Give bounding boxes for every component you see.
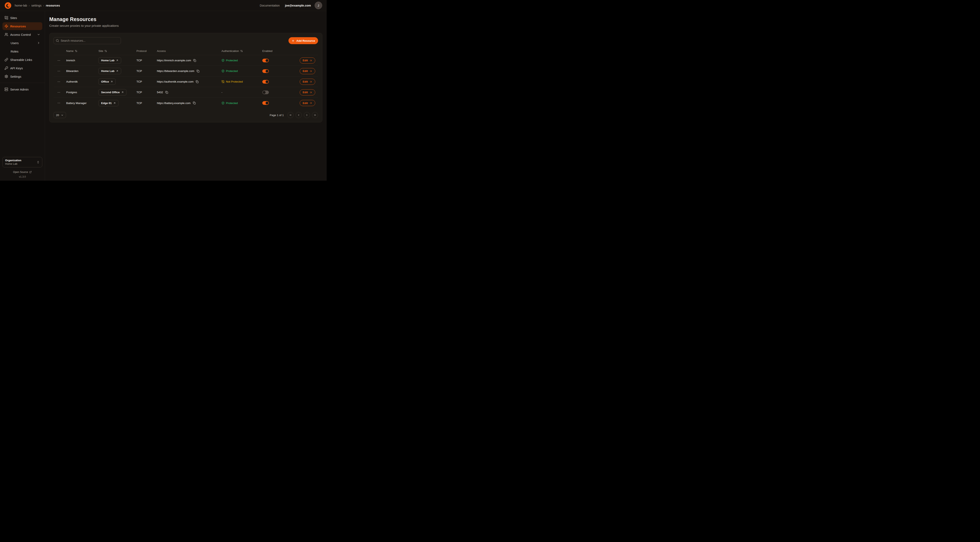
organization-selector[interactable]: Organization Home Lab [2, 157, 42, 167]
sidebar-item-label: Server Admin [10, 88, 29, 91]
resource-access-url: 5432 [157, 91, 163, 94]
column-header-site[interactable]: Site [96, 49, 134, 53]
auth-status: Protected [226, 59, 238, 62]
edit-button[interactable]: Edit [300, 100, 315, 106]
enabled-toggle[interactable] [262, 80, 269, 84]
site-link-button[interactable]: Office [99, 78, 116, 85]
edit-button[interactable]: Edit [300, 79, 315, 85]
table-row: Immich Home Lab TCP https://immich.examp… [54, 55, 318, 66]
page-title: Manage Resources [49, 16, 322, 22]
sidebar-item-sites[interactable]: Sites [2, 14, 42, 22]
copy-button[interactable] [196, 69, 200, 73]
sidebar-item-resources[interactable]: Resources [2, 22, 42, 30]
ellipsis-icon [57, 70, 60, 73]
sort-icon [75, 49, 78, 52]
row-menu-button[interactable] [57, 91, 60, 94]
page-subtitle: Create secure proxies to your private ap… [49, 24, 322, 27]
sidebar-item-server-admin[interactable]: Server Admin [2, 85, 42, 93]
arrow-right-icon [309, 91, 312, 94]
shield-check-icon [221, 59, 224, 62]
ellipsis-icon [57, 101, 60, 105]
row-menu-button[interactable] [57, 80, 60, 83]
copy-button[interactable] [193, 59, 197, 62]
site-link-button[interactable]: Home Lab [99, 68, 121, 74]
main-content: Manage Resources Create secure proxies t… [45, 11, 327, 181]
sidebar-divider [0, 83, 45, 83]
sidebar-item-label: Sites [10, 16, 17, 20]
chevron-down-icon [61, 114, 64, 116]
copy-icon [193, 59, 196, 62]
last-page-button[interactable] [312, 112, 318, 118]
page-size-select[interactable]: 20 [54, 112, 66, 118]
sidebar-item-label: API Keys [10, 67, 23, 70]
ellipsis-icon [57, 59, 60, 62]
breadcrumb-section[interactable]: settings [31, 4, 41, 7]
arrow-up-right-icon [116, 59, 118, 62]
sidebar-item-label: Settings [10, 75, 21, 78]
site-link-button[interactable]: Edge 01 [99, 100, 118, 106]
resource-protocol: TCP [134, 80, 154, 83]
ellipsis-icon [57, 80, 60, 83]
gear-icon [5, 75, 8, 78]
enabled-toggle[interactable] [262, 101, 269, 105]
breadcrumb: home-lab › settings › resources [15, 4, 60, 7]
copy-button[interactable] [192, 101, 196, 105]
column-header-access: Access [154, 49, 219, 53]
search-input[interactable] [54, 37, 121, 44]
enabled-toggle[interactable] [262, 91, 269, 94]
resource-protocol: TCP [134, 91, 154, 94]
sidebar-item-users[interactable]: Users [2, 39, 42, 47]
breadcrumb-page: resources [46, 4, 60, 7]
first-page-button[interactable] [288, 112, 294, 118]
breadcrumb-org[interactable]: home-lab [15, 4, 27, 7]
chevrons-right-icon [313, 114, 317, 116]
user-email[interactable]: joe@example.com [285, 4, 311, 7]
shield-check-icon [221, 70, 224, 73]
sidebar-item-label: Access Control [10, 33, 31, 37]
version-label: v1.3.0 [2, 175, 42, 178]
column-header-protocol: Protocol [134, 49, 154, 53]
documentation-link[interactable]: Documentation [260, 4, 280, 7]
auth-status: Protected [226, 70, 238, 73]
pangolin-logo-icon[interactable] [5, 2, 11, 9]
enabled-toggle[interactable] [262, 59, 269, 62]
organization-label: Organization [5, 159, 35, 162]
add-resource-button[interactable]: Add Resource [288, 37, 318, 44]
sort-icon [240, 49, 243, 52]
resources-icon [5, 24, 8, 28]
avatar[interactable]: J [315, 2, 322, 9]
column-header-name[interactable]: Name [64, 49, 96, 53]
sidebar-item-access-control[interactable]: Access Control [2, 31, 42, 38]
users-group-icon [5, 33, 8, 37]
chevron-right-icon [37, 41, 40, 45]
enabled-toggle[interactable] [262, 69, 269, 73]
edit-button[interactable]: Edit [300, 57, 315, 64]
edit-button[interactable]: Edit [300, 68, 315, 74]
sidebar-item-api-keys[interactable]: API Keys [2, 64, 42, 72]
edit-button[interactable]: Edit [300, 89, 315, 96]
sidebar-item-label: Users [11, 41, 19, 45]
sidebar-item-shareable-links[interactable]: Shareable Links [2, 56, 42, 64]
row-menu-button[interactable] [57, 101, 60, 105]
copy-icon [165, 91, 168, 94]
open-source-label: Open Source [13, 171, 28, 174]
next-page-button[interactable] [304, 112, 310, 118]
row-menu-button[interactable] [57, 70, 60, 73]
resources-table: Name Site Protocol Access Authentication [54, 47, 318, 108]
site-link-button[interactable]: Second Office [99, 89, 126, 96]
shield-off-icon [221, 80, 224, 83]
resource-name: Immich [64, 59, 96, 62]
chevron-right-icon [305, 114, 308, 116]
copy-button[interactable] [165, 91, 169, 94]
table-header-row: Name Site Protocol Access Authentication [54, 47, 318, 55]
sidebar-item-roles[interactable]: Roles [2, 48, 42, 55]
column-header-authentication[interactable]: Authentication [219, 49, 260, 53]
previous-page-button[interactable] [296, 112, 302, 118]
open-source-link[interactable]: Open Source [2, 171, 42, 174]
key-icon [5, 66, 8, 70]
site-link-button[interactable]: Home Lab [99, 57, 121, 64]
sidebar-item-settings[interactable]: Settings [2, 73, 42, 80]
arrow-right-icon [309, 70, 312, 73]
row-menu-button[interactable] [57, 59, 60, 62]
copy-button[interactable] [195, 80, 199, 84]
